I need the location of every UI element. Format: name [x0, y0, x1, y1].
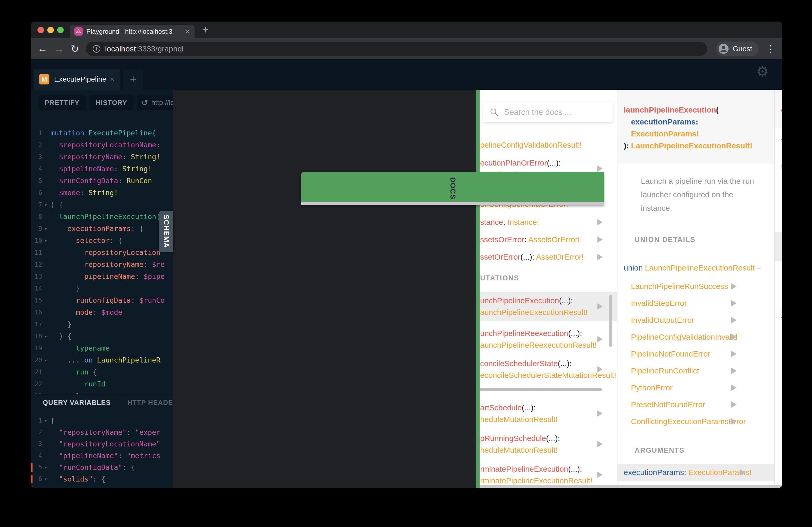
docs-item[interactable]: ssetOrError(...): AssetOrError! [480, 251, 617, 263]
playground-tab[interactable]: M ExecutePipeline × [34, 69, 120, 90]
expand-arrow-icon[interactable] [731, 385, 737, 391]
docs-item[interactable]: preset: String [775, 285, 782, 297]
docs-item[interactable]: runConfigData: RunConfigData [775, 198, 782, 210]
docs-item[interactable]: mode: String [775, 216, 782, 228]
expand-arrow-icon[interactable] [731, 300, 737, 306]
endpoint-url-input[interactable]: ↺ http://loc [137, 95, 173, 110]
back-icon[interactable]: ← [38, 43, 47, 54]
reload-icon[interactable]: ↻ [71, 43, 79, 55]
schema-side-tab[interactable]: SCHEMA [159, 211, 173, 252]
profile-button[interactable]: Guest [716, 42, 759, 56]
docs-item[interactable]: unchPipelineReexecution(...):aunchPipeli… [480, 328, 617, 351]
fold-arrow-icon[interactable]: ▾ [42, 223, 49, 235]
prettify-button[interactable]: PRETTIFY [39, 95, 86, 110]
docs-item[interactable]: InvalidOutputError [618, 314, 774, 326]
code-text: $pipelineName: String! [50, 163, 152, 175]
browser-tab[interactable]: Playground - http://localhost:3 × [70, 25, 194, 38]
docs-item[interactable]: executionMetadata:ExecutionMetadata [775, 232, 782, 261]
new-tab-button[interactable]: + [202, 24, 209, 36]
endpoint-reload-icon[interactable]: ↺ [141, 98, 148, 108]
line-number: 5 [31, 462, 42, 473]
docs-item[interactable]: pRunningSchedule(...):heduleMutationResu… [480, 433, 617, 456]
docs-item[interactable]: concileSchedulerState(...):econcileSched… [480, 358, 617, 381]
expand-arrow-icon[interactable] [731, 283, 737, 289]
expand-arrow-icon[interactable] [597, 441, 603, 447]
close-window-button[interactable] [38, 27, 44, 33]
type-signature: type ExecutionParams { [781, 161, 782, 173]
fold-arrow-icon[interactable]: ▾ [42, 415, 49, 426]
playground-new-tab-button[interactable]: + [123, 69, 143, 90]
playground-tab-close-icon[interactable]: × [110, 75, 114, 84]
docs-item[interactable]: stepKeys: [String!] [775, 267, 782, 279]
docs-item[interactable]: PythonError [618, 382, 774, 393]
tab-http-headers[interactable]: HTTP HEADERS [128, 398, 173, 412]
fold-arrow-icon[interactable]: ▾ [42, 330, 49, 342]
expand-arrow-icon[interactable] [597, 472, 603, 478]
minimize-window-button[interactable] [47, 27, 54, 33]
code-text: "runConfigData": { [50, 462, 135, 473]
docs-item[interactable]: PipelineConfigValidationInvalid [618, 331, 774, 343]
query-editor-pane[interactable]: PRETTIFY HISTORY ↺ http://loc 1mutation … [31, 90, 173, 488]
docs-search-input[interactable]: Search the docs ... [483, 102, 613, 122]
graphql-playground-favicon-icon [74, 27, 83, 35]
fold-arrow-icon[interactable]: ▾ [42, 199, 49, 211]
docs-item[interactable]: ConflictingExecutionParamsError [618, 416, 774, 427]
docs-item[interactable]: rminatePipelineExecution(...):rminatePip… [480, 463, 617, 486]
fold-arrow-icon [42, 306, 49, 318]
history-button[interactable]: HISTORY [89, 95, 133, 110]
browser-menu-icon[interactable]: ⋮ [766, 43, 775, 55]
fold-arrow-icon[interactable]: ▾ [42, 462, 49, 473]
address-bar[interactable]: localhost:3333/graphql [86, 42, 707, 56]
expand-arrow-icon[interactable] [597, 336, 603, 342]
section-header: ARGUMENTS [635, 447, 774, 454]
fold-arrow-icon[interactable]: ▾ [42, 354, 49, 366]
expand-arrow-icon[interactable] [731, 418, 737, 425]
expand-arrow-icon[interactable] [597, 237, 603, 243]
vertical-scrollbar[interactable] [609, 295, 612, 347]
site-info-icon[interactable] [92, 44, 101, 53]
fold-arrow-icon[interactable]: ▾ [42, 235, 49, 246]
docs-item[interactable]: ssetsOrError: AssetsOrError! [480, 234, 617, 245]
expand-arrow-icon[interactable] [731, 402, 737, 408]
expand-arrow-icon[interactable] [731, 351, 737, 357]
traffic-lights [38, 27, 64, 33]
tab-close-icon[interactable]: × [185, 27, 190, 36]
expand-arrow-icon[interactable] [597, 166, 603, 172]
playground-header: M ExecutePipeline × + ⚙ [31, 59, 782, 90]
docs-item[interactable]: LaunchPipelineRunSuccess [618, 281, 774, 292]
fold-arrow-icon[interactable]: ▾ [42, 473, 49, 485]
variables-code-editor[interactable]: 1▾{2 "repositoryName": "exper3 "reposito… [31, 415, 173, 488]
docs-item[interactable]: InvalidStepError [618, 297, 774, 309]
docs-item[interactable]: executionParams: ExecutionParams! [618, 464, 774, 481]
fold-arrow-icon [42, 175, 49, 187]
expand-arrow-icon[interactable] [597, 410, 603, 417]
horizontal-scrollbar[interactable] [480, 388, 602, 391]
tab-query-variables[interactable]: QUERY VARIABLES [43, 398, 111, 412]
zoom-window-button[interactable] [57, 27, 64, 33]
docs-item[interactable]: artSchedule(...):heduleMutationResult! [480, 402, 617, 425]
expand-arrow-icon[interactable] [731, 317, 737, 323]
query-code-editor[interactable]: 1mutation ExecutePipeline(2 $repositoryL… [31, 127, 173, 402]
mutation-badge: M [39, 74, 49, 85]
expand-arrow-icon[interactable] [731, 368, 737, 374]
expand-arrow-icon[interactable] [597, 254, 603, 260]
docs-item[interactable]: selector: PipelineSelector! [775, 181, 782, 193]
docs-item[interactable]: pelineConfigValidationResult! [480, 139, 617, 151]
docs-item[interactable]: stance: Instance! [480, 216, 617, 228]
docs-item[interactable]: PipelineRunConflict [618, 365, 774, 377]
expand-arrow-icon[interactable] [597, 303, 603, 310]
fold-arrow-icon[interactable]: ▾ [42, 485, 49, 488]
playground-tab-title: ExecutePipeline [54, 75, 106, 84]
docs-side-tab[interactable]: DOCS [301, 172, 604, 205]
expand-arrow-icon[interactable] [740, 469, 745, 476]
browser-tab-title: Playground - http://localhost:3 [86, 28, 183, 35]
docs-item[interactable]: unchPipelineExecution(...):aunchPipeline… [480, 292, 617, 321]
expand-arrow-icon[interactable] [731, 334, 737, 340]
expand-arrow-icon[interactable] [597, 366, 603, 372]
docs-item[interactable]: PresetNotFoundError [618, 398, 774, 410]
line-number: 6 [31, 473, 42, 485]
settings-gear-icon[interactable]: ⚙ [756, 63, 769, 80]
docs-item[interactable]: PipelineNotFoundError [618, 348, 774, 360]
expand-arrow-icon[interactable] [597, 219, 603, 225]
docs-panel-edge[interactable] [476, 90, 480, 488]
